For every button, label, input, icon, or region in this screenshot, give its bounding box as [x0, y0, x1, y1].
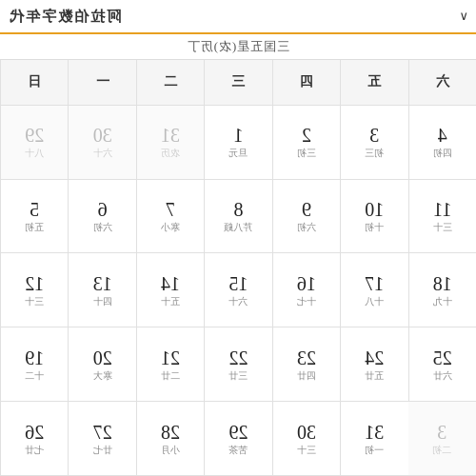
weekday-tue: 二: [136, 60, 204, 106]
table-row[interactable]: 25六廿: [408, 327, 476, 402]
weekday-mon: 一: [68, 60, 135, 106]
table-row[interactable]: 15六十: [204, 253, 271, 327]
table-row[interactable]: 6六初: [68, 180, 135, 254]
table-row[interactable]: 31农历: [136, 106, 204, 180]
header-bar: 阿拉伯数字年代 ∨: [0, 0, 476, 34]
table-row[interactable]: 8芹八颇: [204, 180, 271, 254]
table-row[interactable]: 3二初: [408, 402, 476, 476]
table-row[interactable]: 4四初: [408, 106, 476, 180]
table-row[interactable]: 27廿七: [68, 402, 135, 476]
table-row[interactable]: 23四廿: [272, 327, 340, 402]
weekday-wed: 三: [204, 60, 271, 106]
table-row[interactable]: 12三十: [0, 253, 68, 327]
weekday-fri: 五: [340, 60, 407, 106]
table-row[interactable]: 24五廿: [340, 327, 407, 402]
table-row[interactable]: 18十九: [408, 253, 476, 327]
calendar-grid: 日 一 二 三 四 五 六 29八十 30六十 31农历 1旦元 2三初 3初三…: [0, 60, 476, 476]
header-title: 阿拉伯数字年代: [8, 8, 121, 26]
table-row[interactable]: 26七廿: [0, 402, 68, 476]
table-row[interactable]: 16十七: [272, 253, 340, 327]
table-row[interactable]: 19十二: [0, 327, 68, 402]
table-row[interactable]: 20寒大: [68, 327, 135, 402]
table-row[interactable]: 5五初: [0, 180, 68, 254]
weekday-sat: 六: [408, 60, 476, 106]
sub-title-text: 三国五星(农)历丁: [187, 39, 290, 53]
table-row[interactable]: 14五十: [136, 253, 204, 327]
table-row[interactable]: 9六初: [272, 180, 340, 254]
weekday-thu: 四: [272, 60, 340, 106]
sub-header: 三国五星(农)历丁: [0, 34, 476, 60]
table-row[interactable]: 3初三: [340, 106, 407, 180]
weekday-sun: 日: [0, 60, 68, 106]
calendar-app: 阿拉伯数字年代 ∨ 三国五星(农)历丁 日 一 二 三 四 五 六 29八十 3…: [0, 0, 476, 476]
table-row[interactable]: 31一初: [340, 402, 407, 476]
table-row[interactable]: 29八十: [0, 106, 68, 180]
table-row[interactable]: 22三廿: [204, 327, 271, 402]
table-row[interactable]: 13四十: [68, 253, 135, 327]
table-row[interactable]: 29苦茶: [204, 402, 271, 476]
table-row[interactable]: 30三十: [272, 402, 340, 476]
table-row[interactable]: 1旦元: [204, 106, 271, 180]
table-row[interactable]: 10十初: [340, 180, 407, 254]
table-row[interactable]: 2三初: [272, 106, 340, 180]
table-row[interactable]: 7寒小: [136, 180, 204, 254]
nav-arrow[interactable]: ∨: [459, 9, 468, 24]
table-row[interactable]: 28小月: [136, 402, 204, 476]
table-row[interactable]: 11三十: [408, 180, 476, 254]
table-row[interactable]: 30六十: [68, 106, 135, 180]
table-row[interactable]: 21二廿: [136, 327, 204, 402]
table-row[interactable]: 17十八: [340, 253, 407, 327]
